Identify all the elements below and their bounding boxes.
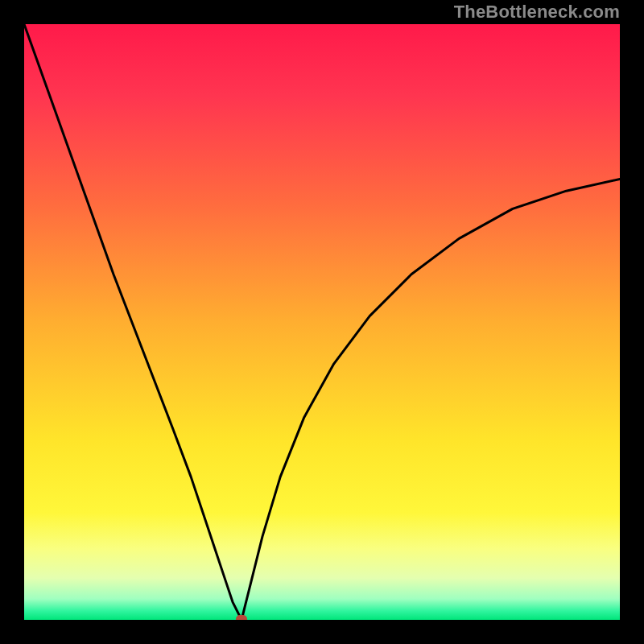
- bottleneck-curve: [24, 24, 620, 620]
- chart-frame: TheBottleneck.com: [0, 0, 644, 644]
- watermark-text: TheBottleneck.com: [454, 2, 620, 23]
- optimal-point-marker: [236, 615, 247, 620]
- plot-area: [24, 24, 620, 620]
